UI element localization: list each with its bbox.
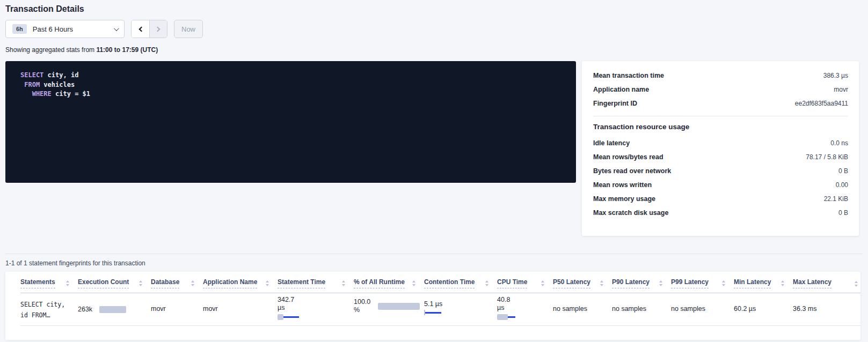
main-content: SELECT city, id FROM vehicles WHERE city…: [5, 61, 863, 236]
resource-row-mean-rows-bytes-read: Mean rows/bytes read 78.17 / 5.8 KiB: [593, 150, 848, 164]
sort-icon[interactable]: [266, 280, 269, 286]
sort-icon[interactable]: [66, 280, 69, 286]
section-divider: [5, 254, 863, 254]
sql-line: SELECT city, id: [20, 71, 576, 80]
execution-count-cell: 263k: [78, 293, 151, 325]
column-header-p90-latency[interactable]: P90 Latency: [612, 278, 671, 288]
column-header-application-name[interactable]: Application Name: [203, 278, 278, 288]
transaction-summary-card: Mean transaction time 386.3 µs Applicati…: [582, 61, 859, 236]
execution-count-bar: [99, 306, 126, 313]
sort-icon[interactable]: [659, 280, 662, 286]
column-header-cpu-time[interactable]: CPU Time: [497, 278, 553, 288]
sort-icon[interactable]: [191, 280, 194, 286]
statement-time-cell: 342.7 µs: [278, 293, 354, 325]
sort-icon[interactable]: [342, 280, 345, 286]
aggregation-range-prefix: Showing aggregated stats from: [5, 46, 96, 54]
statements-table-header: Statements Execution Count Database Appl…: [20, 278, 860, 293]
summary-row-mean-transaction-time: Mean transaction time 386.3 µs: [593, 69, 848, 83]
resource-usage-heading: Transaction resource usage: [593, 123, 848, 131]
chevron-left-icon: [138, 26, 144, 32]
time-range-badge: 6h: [12, 24, 27, 34]
column-header-statements[interactable]: Statements: [20, 278, 78, 288]
sort-icon[interactable]: [600, 280, 603, 286]
aggregation-range-value: 11:00 to 17:59 (UTC): [96, 46, 158, 54]
now-button[interactable]: Now: [174, 20, 203, 38]
chevron-down-icon: [114, 26, 119, 31]
sort-icon[interactable]: [139, 280, 142, 286]
contention-time-cell: 5.1 µs: [424, 293, 497, 325]
max-latency-cell: 36.3 ms: [793, 293, 854, 325]
statement-link[interactable]: SELECT city, id FROM…: [20, 293, 78, 325]
resource-row-max-scratch-disk-usage: Max scratch disk usage 0 B: [593, 206, 848, 220]
statement-fingerprints-count: 1-1 of 1 statement fingerprints for this…: [5, 259, 863, 267]
card-divider: [593, 116, 848, 116]
cpu-time-cell: 40.8 µs: [497, 293, 553, 325]
sort-icon[interactable]: [541, 280, 544, 286]
p90-latency-cell: no samples: [612, 293, 671, 325]
sort-icon[interactable]: [485, 280, 488, 286]
table-row: SELECT city, id FROM… 263k movr movr 342…: [20, 293, 860, 326]
time-step-buttons: [131, 20, 167, 38]
column-header-max-latency[interactable]: Max Latency: [793, 278, 854, 288]
page-title: Transaction Details: [5, 4, 863, 14]
time-range-picker[interactable]: 6h Past 6 Hours: [5, 20, 125, 38]
min-latency-cell: 60.2 µs: [734, 293, 793, 325]
next-interval-button[interactable]: [149, 20, 167, 38]
database-cell: movr: [151, 293, 203, 325]
statements-table-card: Statements Execution Count Database Appl…: [5, 272, 860, 340]
column-header-p50-latency[interactable]: P50 Latency: [553, 278, 612, 288]
statement-time-bar: [278, 314, 354, 320]
application-name-cell: movr: [203, 293, 278, 325]
runtime-bar: [378, 303, 420, 310]
aggregation-range-note: Showing aggregated stats from 11:00 to 1…: [5, 46, 863, 54]
column-header-statement-time[interactable]: Statement Time: [278, 278, 354, 288]
p50-latency-cell: no samples: [553, 293, 612, 325]
sort-icon[interactable]: [781, 280, 784, 286]
previous-interval-button[interactable]: [132, 20, 149, 38]
column-header-contention-time[interactable]: Contention Time: [424, 278, 497, 288]
sort-icon[interactable]: [855, 281, 858, 287]
column-header-min-latency[interactable]: Min Latency: [734, 278, 793, 288]
chevron-right-icon: [155, 26, 161, 32]
cpu-time-bar: [497, 314, 553, 320]
resource-row-mean-rows-written: Mean rows written 0.00: [593, 178, 848, 192]
time-controls: 6h Past 6 Hours Now: [5, 20, 863, 38]
summary-row-fingerprint-id: Fingerprint ID ee2df683f5aa9411: [593, 96, 848, 110]
p99-latency-cell: no samples: [671, 293, 734, 325]
resource-row-bytes-read-over-network: Bytes read over network 0 B: [593, 164, 848, 178]
sort-icon[interactable]: [722, 280, 725, 286]
summary-row-application-name: Application name movr: [593, 83, 848, 96]
contention-time-bar: [424, 310, 497, 315]
column-header-database[interactable]: Database: [151, 278, 203, 288]
sql-statement-box: SELECT city, id FROM vehicles WHERE city…: [5, 61, 576, 183]
runtime-pct-cell: 100.0 %: [354, 293, 424, 325]
sql-line: WHERE city = $1: [20, 90, 576, 99]
transaction-details-page: Transaction Details 6h Past 6 Hours Now …: [0, 0, 868, 340]
column-header-execution-count[interactable]: Execution Count: [78, 278, 151, 288]
column-header-p99-latency[interactable]: P99 Latency: [671, 278, 734, 288]
resource-row-idle-latency: Idle latency 0.0 ns: [593, 136, 848, 150]
sql-line: FROM vehicles: [20, 80, 576, 90]
sort-icon[interactable]: [412, 280, 415, 286]
column-header-pct-of-all-runtime[interactable]: % of All Runtime: [354, 278, 424, 288]
resource-row-max-memory-usage: Max memory usage 22.1 KiB: [593, 192, 848, 206]
time-range-label: Past 6 Hours: [33, 25, 73, 33]
